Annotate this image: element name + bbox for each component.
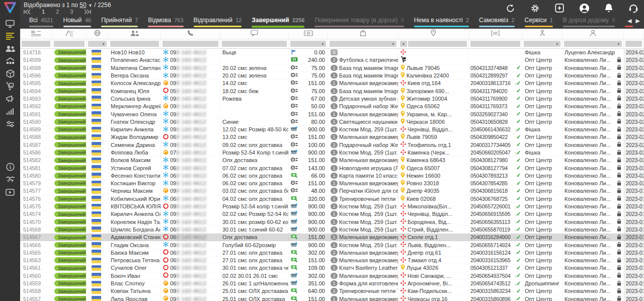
tab-відмова[interactable]: Відмова 763 — [148, 17, 183, 29]
filter-comment-input[interactable] — [222, 41, 287, 47]
filter-flag-dropdown[interactable]: ▼ — [88, 41, 107, 47]
order-row-514593[interactable]: 514593ЗавершенийСольська Ірина098 143 46… — [20, 95, 644, 103]
column-header-id[interactable]: ID — [20, 29, 52, 39]
tab-відправлений[interactable]: Відправлений 12 — [194, 17, 242, 29]
order-row-514594[interactable]: 514594ЗавершенийКомпанец Юля058 143 4612… — [20, 87, 644, 95]
notifications-bell-icon[interactable] — [603, 3, 614, 14]
order-row-514589[interactable]: 514589ЗавершенийКирилич Анжела098 143 46… — [20, 126, 644, 133]
order-row-514577[interactable]: 514577ЗавершенийЧерниш Максим098 143 461… — [20, 187, 644, 195]
filter-id-input[interactable] — [22, 41, 50, 47]
tab-повернення-товару-в-дорозі-[interactable]: Повернення товару (в дорозі) 0 — [314, 17, 404, 29]
order-row-514560[interactable]: 514560ЗавершенийБокоч Иван098 143 461202… — [20, 272, 644, 280]
order-row-514576[interactable]: 514576ЗавершенийКобилинський Юрий068 143… — [20, 195, 644, 203]
tab-новый[interactable]: Новый 46 — [63, 17, 92, 29]
statistics-chart-icon[interactable] — [0, 105, 20, 118]
filter-track-input[interactable] — [470, 41, 520, 47]
tab-сервіси[interactable]: Сервіси 1 — [525, 17, 553, 29]
order-row-514563[interactable]: 514563ЗавершенийПетровська Тетяна068 143… — [20, 257, 644, 264]
order-row-514587[interactable]: 514587ЗавершенийСеменюк Дарина098 143 46… — [20, 141, 644, 149]
order-row-514579[interactable]: 514579ЗавершенийКостишин Виктор098 143 4… — [20, 180, 644, 187]
order-row-514566[interactable]: 514566ЗавершенийГладик Оксана098 143 461… — [20, 241, 644, 249]
filter-city-input[interactable] — [408, 41, 467, 47]
last-page-button[interactable] — [84, 10, 91, 14]
order-row-514598[interactable]: 514598ЗавершенийМалютина Светлана098 143… — [20, 64, 644, 72]
tab-самовивіз[interactable]: Самовивіз 2 — [479, 17, 514, 29]
order-row-514574[interactable]: 514574ЗавершенийКирилич Анжела Ол...098 … — [20, 210, 644, 218]
column-header-track[interactable] — [469, 29, 522, 39]
column-header-status[interactable] — [52, 29, 87, 39]
integrations-sliders-icon[interactable] — [0, 118, 20, 130]
add-order-icon[interactable] — [554, 3, 565, 14]
marketing-megaphone-icon[interactable] — [0, 93, 20, 105]
account-icon[interactable] — [579, 3, 590, 14]
order-row-514568[interactable]: 514568ЗавершенийШумляс Богдана Ан...068 … — [20, 226, 644, 234]
order-row-514599[interactable]: 514599ЗавершенийПотапенко Анастас...098 … — [20, 56, 644, 64]
cell-price: 80.00 — [289, 118, 328, 125]
column-header-flag[interactable] — [87, 29, 109, 39]
info-icon[interactable] — [0, 161, 20, 173]
column-header-comment[interactable] — [220, 29, 289, 39]
column-header-name[interactable] — [109, 29, 161, 39]
tab-нема-в-наявності[interactable]: Нема в наявності 2 — [414, 17, 469, 29]
tabs-scroll-right-icon[interactable]: ▶ — [636, 18, 640, 24]
filter-mgr-dropdown[interactable]: ▼ — [564, 41, 622, 47]
order-row-514557[interactable]: 514557ЗавершенийЛила Ярослав098 143 4612… — [20, 295, 644, 301]
support-headset-icon[interactable] — [628, 3, 639, 14]
order-row-514591[interactable]: 514591ЗавершенийЧумаченко Олена098 143 4… — [20, 110, 644, 118]
order-row-514558[interactable]: 514558ЗавершенийКовпак Татьяна098 143 46… — [20, 287, 644, 295]
column-header-phone[interactable] — [161, 29, 220, 39]
order-row-514590[interactable]: 514590ЗавершенийГнатюк Олексндр068 143 4… — [20, 118, 644, 126]
chevron-down-icon[interactable]: ▼ — [88, 3, 93, 8]
filter-price-dropdown[interactable]: ▼ — [290, 41, 326, 47]
tutorials-video-icon[interactable] — [0, 186, 20, 198]
app-logo[interactable] — [0, 0, 20, 15]
structure-icon[interactable] — [0, 55, 20, 67]
order-row-514586[interactable]: 514586ЗавершенийФіліпова Люба078 143 461… — [20, 149, 644, 157]
filter-status-input[interactable] — [54, 41, 85, 47]
tab-в-дорозі-додому[interactable]: В дорозі додому 0 — [563, 17, 615, 29]
order-row-514716[interactable]: 514716ЗавершенийНов10 Нов10098 143 4612В… — [20, 49, 644, 56]
filter-phone-input[interactable] — [163, 41, 218, 47]
purchases-cart-icon[interactable] — [0, 80, 20, 93]
tabs-scroll-left-icon[interactable]: ◀ — [627, 18, 631, 24]
order-row-514580[interactable]: 514580ЗавершенийФесенко Константин068 14… — [20, 172, 644, 180]
tab-завершений[interactable]: Завершений 2256 — [252, 17, 304, 29]
order-row-514596[interactable]: 514596ЗавершенийВегера Оксана098 143 461… — [20, 72, 644, 80]
products-box-icon[interactable] — [0, 67, 20, 80]
order-row-514570[interactable]: 514570ЗавершенийКорнелюк Надія Та...098 … — [20, 218, 644, 226]
customers-users-icon[interactable] — [0, 42, 20, 55]
order-row-514595[interactable]: 514595ЗавершенийКолосок Александр098 143… — [20, 80, 644, 87]
filter-product-dropdown[interactable]: ▼ — [330, 41, 396, 47]
column-header-price[interactable] — [289, 29, 328, 39]
per-page-select[interactable]: 50 — [79, 2, 86, 9]
page-button-1[interactable]: 1 — [42, 9, 45, 15]
tab-всі[interactable]: Всі 4521 — [29, 17, 53, 29]
column-header-mgr[interactable] — [562, 29, 624, 39]
order-row-514592[interactable]: 514592ЗавершенийМерклингер Андрей098 143… — [20, 103, 644, 110]
column-header-city[interactable] — [398, 29, 469, 39]
orders-list-icon[interactable] — [0, 30, 20, 42]
order-row-514581[interactable]: 514581ЗавершенийУстинов Сергей068 143 46… — [20, 164, 644, 172]
column-header-date[interactable] — [624, 29, 644, 39]
settings-gear-icon[interactable] — [529, 3, 540, 14]
column-header-ff[interactable] — [522, 29, 562, 39]
order-row-514561[interactable]: 514561ЗавершенийСучилов Олег068 143 4612… — [20, 264, 644, 272]
filter-name-input[interactable] — [110, 41, 159, 47]
order-row-514575[interactable]: 514575ЗавершенийКВІТОВСЬКА ЮЛІЯ098 143 4… — [20, 203, 644, 210]
order-row-514582[interactable]: 514582ЗавершенийВолков Максим098 143 461… — [20, 157, 644, 164]
page-button-3[interactable]: 3 — [70, 9, 73, 15]
order-row-514559[interactable]: 514559ЗавершенийВлас Слотюу068 143 46122… — [20, 280, 644, 287]
first-page-button[interactable] — [24, 10, 31, 14]
dashboard-monitor-icon[interactable] — [0, 17, 20, 30]
column-header-product[interactable] — [328, 29, 398, 39]
filter-city-type-dropdown[interactable]: ▼ — [400, 41, 407, 47]
partners-handshake-icon[interactable] — [0, 173, 20, 186]
order-row-514565[interactable]: 514565ЗавершенийБаюка Максим068 143 4612… — [20, 249, 644, 257]
refresh-icon[interactable] — [505, 3, 516, 14]
filter-ff-dropdown[interactable]: ▼ — [524, 41, 560, 47]
page-button-2[interactable]: 2 — [56, 9, 59, 15]
order-row-514567[interactable]: 514567ЗавершенийАдамовский Станис...068 … — [20, 234, 644, 241]
tab-прийнятий[interactable]: Прийнятий 7 — [101, 17, 138, 29]
order-row-514588[interactable]: 514588ЗавершенийЖидак Володимир068 143 4… — [20, 133, 644, 141]
filter-date-input[interactable] — [625, 41, 642, 47]
